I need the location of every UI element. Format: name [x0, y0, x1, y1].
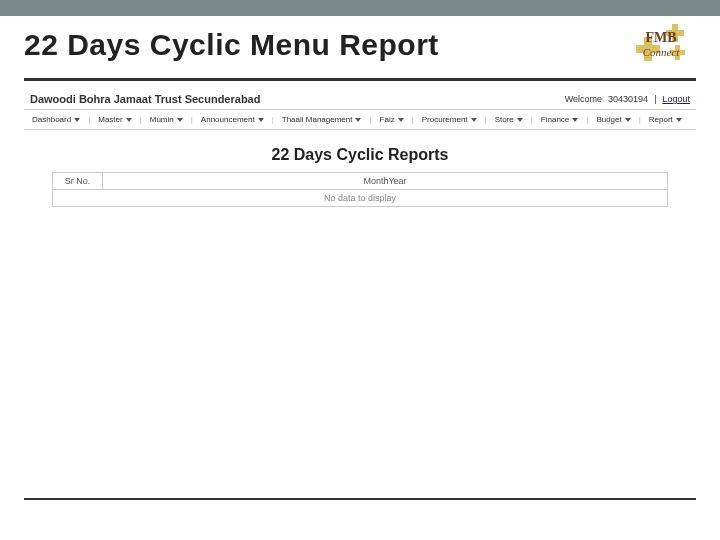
- menu-mumin[interactable]: Mumin: [146, 114, 187, 125]
- menu-separator: |: [483, 115, 489, 124]
- menu-store[interactable]: Store: [491, 114, 527, 125]
- menu-label: Budget: [596, 115, 621, 124]
- report-table-wrap: Sr No. MonthYear No data to display: [52, 172, 668, 207]
- menu-label: Mumin: [150, 115, 174, 124]
- menu-label: Announcement: [201, 115, 255, 124]
- report-table: Sr No. MonthYear No data to display: [52, 172, 668, 207]
- menu-label: Faiz: [380, 115, 395, 124]
- menu-separator: |: [138, 115, 144, 124]
- logout-link[interactable]: Logout: [662, 94, 690, 104]
- menu-master[interactable]: Master: [94, 114, 135, 125]
- chevron-down-icon: [355, 118, 361, 122]
- report-heading: 22 Days Cyclic Reports: [24, 146, 696, 164]
- welcome-prefix: Welcome: [565, 94, 602, 104]
- menu-budget[interactable]: Budget: [592, 114, 634, 125]
- menu-separator: |: [367, 115, 373, 124]
- chevron-down-icon: [676, 118, 682, 122]
- menu-finance[interactable]: Finance: [537, 114, 582, 125]
- menu-label: Store: [495, 115, 514, 124]
- slide-topbar: [0, 0, 720, 16]
- col-srno: Sr No.: [53, 173, 103, 190]
- menu-procurement[interactable]: Procurement: [418, 114, 481, 125]
- empty-message: No data to display: [53, 190, 668, 207]
- chevron-down-icon: [398, 118, 404, 122]
- chevron-down-icon: [74, 118, 80, 122]
- org-name: Dawoodi Bohra Jamaat Trust Secunderabad: [30, 93, 260, 105]
- menu-label: Dashboard: [32, 115, 71, 124]
- menu-dashboard[interactable]: Dashboard: [28, 114, 84, 125]
- menu-separator: |: [637, 115, 643, 124]
- table-header-row: Sr No. MonthYear: [53, 173, 668, 190]
- menu-label: Thaali Management: [282, 115, 353, 124]
- menu-separator: |: [410, 115, 416, 124]
- menu-separator: |: [86, 115, 92, 124]
- col-monthyear: MonthYear: [103, 173, 668, 190]
- menu-label: Master: [98, 115, 122, 124]
- slide-title: 22 Days Cyclic Menu Report: [24, 28, 439, 62]
- title-row: 22 Days Cyclic Menu Report FMB Connect: [0, 16, 720, 78]
- menu-report[interactable]: Report: [645, 114, 686, 125]
- menu-separator: |: [189, 115, 195, 124]
- title-underline: [24, 78, 696, 81]
- welcome-area: Welcome 30430194 | Logout: [565, 94, 690, 104]
- chevron-down-icon: [471, 118, 477, 122]
- menu-announcement[interactable]: Announcement: [197, 114, 268, 125]
- chevron-down-icon: [572, 118, 578, 122]
- chevron-down-icon: [517, 118, 523, 122]
- pipe: |: [654, 94, 656, 104]
- menu-label: Finance: [541, 115, 569, 124]
- logo-text-bottom: Connect: [643, 46, 681, 58]
- user-id: 30430194: [608, 94, 648, 104]
- menu-separator: |: [584, 115, 590, 124]
- chevron-down-icon: [126, 118, 132, 122]
- app-header: Dawoodi Bohra Jamaat Trust Secunderabad …: [24, 89, 696, 110]
- menu-separator: |: [270, 115, 276, 124]
- menu-separator: |: [529, 115, 535, 124]
- menu-faiz[interactable]: Faiz: [376, 114, 408, 125]
- menu-label: Report: [649, 115, 673, 124]
- slide: 22 Days Cyclic Menu Report FMB Connect D…: [0, 0, 720, 540]
- chevron-down-icon: [177, 118, 183, 122]
- menu-label: Procurement: [422, 115, 468, 124]
- slide-bottomline: [24, 498, 696, 500]
- logo-fmb-connect: FMB Connect: [626, 20, 696, 70]
- logo-text-top: FMB: [645, 30, 676, 45]
- menu-thaali-management[interactable]: Thaali Management: [278, 114, 366, 125]
- fmb-connect-icon: FMB Connect: [626, 20, 696, 70]
- table-row: No data to display: [53, 190, 668, 207]
- menubar: Dashboard | Master | Mumin | Announcemen…: [24, 110, 696, 130]
- chevron-down-icon: [625, 118, 631, 122]
- app-screenshot: Dawoodi Bohra Jamaat Trust Secunderabad …: [24, 89, 696, 207]
- chevron-down-icon: [258, 118, 264, 122]
